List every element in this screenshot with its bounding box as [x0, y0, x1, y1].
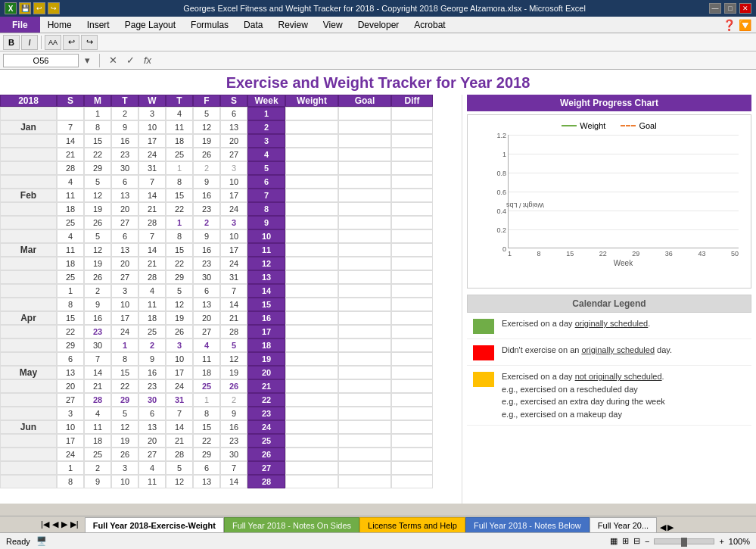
diff-cell[interactable]: [391, 352, 433, 366]
goal-cell[interactable]: [338, 475, 391, 488]
help-icon[interactable]: ❓: [723, 19, 736, 31]
goal-cell[interactable]: [338, 120, 391, 134]
goal-cell[interactable]: [338, 298, 391, 311]
menu-home[interactable]: Home: [40, 17, 79, 33]
weight-cell[interactable]: [285, 189, 338, 202]
tab-notes-sides[interactable]: Full Year 2018 - Notes On Sides: [224, 517, 359, 532]
tab-full-year[interactable]: Full Year 2018-Exercise-Weight: [85, 517, 224, 532]
view-layout-icon[interactable]: ⊞: [622, 536, 629, 546]
menu-data[interactable]: Data: [236, 17, 270, 33]
goal-cell[interactable]: [338, 189, 391, 202]
goal-cell[interactable]: [338, 379, 391, 393]
goal-cell[interactable]: [338, 243, 391, 257]
goal-cell[interactable]: [338, 257, 391, 270]
diff-cell[interactable]: [391, 379, 433, 393]
zoom-out-icon[interactable]: −: [645, 537, 649, 546]
weight-cell[interactable]: [285, 148, 338, 161]
goal-cell[interactable]: [338, 352, 391, 366]
tab-first-button[interactable]: |◀: [39, 518, 51, 531]
diff-cell[interactable]: [391, 284, 433, 298]
diff-cell[interactable]: [391, 338, 433, 352]
goal-cell[interactable]: [338, 366, 391, 379]
insert-function-icon[interactable]: fx: [141, 55, 154, 66]
goal-cell[interactable]: [338, 148, 391, 161]
weight-cell[interactable]: [285, 448, 338, 461]
weight-cell[interactable]: [285, 393, 338, 407]
menu-acrobat[interactable]: Acrobat: [406, 17, 453, 33]
diff-cell[interactable]: [391, 393, 433, 407]
goal-cell[interactable]: [338, 434, 391, 448]
menu-formulas[interactable]: Formulas: [183, 17, 236, 33]
weight-cell[interactable]: [285, 434, 338, 448]
tab-scroll-left[interactable]: ◀: [660, 522, 666, 532]
zoom-bar[interactable]: [654, 538, 714, 544]
diff-cell[interactable]: [391, 311, 433, 325]
diff-cell[interactable]: [391, 420, 433, 434]
diff-cell[interactable]: [391, 229, 433, 243]
weight-cell[interactable]: [285, 175, 338, 189]
weight-cell[interactable]: [285, 243, 338, 257]
weight-cell[interactable]: [285, 298, 338, 311]
diff-cell[interactable]: [391, 298, 433, 311]
weight-cell[interactable]: [285, 325, 338, 338]
goal-cell[interactable]: [338, 134, 391, 148]
diff-cell[interactable]: [391, 175, 433, 189]
diff-cell[interactable]: [391, 434, 433, 448]
toolbar-undo[interactable]: ↩: [63, 35, 79, 50]
weight-cell[interactable]: [285, 107, 338, 120]
name-box[interactable]: [3, 54, 79, 67]
weight-cell[interactable]: [285, 420, 338, 434]
cancel-formula-icon[interactable]: ✕: [106, 55, 120, 66]
weight-cell[interactable]: [285, 284, 338, 298]
menu-file[interactable]: File: [0, 17, 40, 33]
goal-cell[interactable]: [338, 229, 391, 243]
weight-cell[interactable]: [285, 352, 338, 366]
weight-cell[interactable]: [285, 216, 338, 229]
confirm-formula-icon[interactable]: ✓: [123, 55, 138, 66]
diff-cell[interactable]: [391, 257, 433, 270]
weight-cell[interactable]: [285, 257, 338, 270]
diff-cell[interactable]: [391, 134, 433, 148]
toolbar-icon-3[interactable]: ↪: [48, 2, 60, 14]
tab-prev-button[interactable]: ◀: [51, 518, 60, 531]
goal-cell[interactable]: [338, 393, 391, 407]
weight-cell[interactable]: [285, 461, 338, 475]
toolbar-icon-2[interactable]: ↩: [33, 2, 45, 14]
weight-cell[interactable]: [285, 475, 338, 488]
goal-cell[interactable]: [338, 161, 391, 175]
toolbar-redo[interactable]: ↪: [81, 35, 98, 50]
diff-cell[interactable]: [391, 461, 433, 475]
tab-full-year-2[interactable]: Full Year 20...: [590, 517, 657, 532]
toolbar-icon-1[interactable]: 💾: [19, 2, 31, 14]
diff-cell[interactable]: [391, 202, 433, 216]
goal-cell[interactable]: [338, 216, 391, 229]
formula-input[interactable]: [157, 56, 753, 65]
minimize-button[interactable]: —: [709, 3, 721, 14]
goal-cell[interactable]: [338, 338, 391, 352]
diff-cell[interactable]: [391, 270, 433, 284]
goal-cell[interactable]: [338, 107, 391, 120]
maximize-button[interactable]: □: [724, 3, 736, 14]
tab-license[interactable]: License Terms and Help: [359, 517, 465, 532]
diff-cell[interactable]: [391, 325, 433, 338]
menu-review[interactable]: Review: [270, 17, 315, 33]
goal-cell[interactable]: [338, 325, 391, 338]
view-normal-icon[interactable]: ▦: [610, 536, 618, 546]
goal-cell[interactable]: [338, 461, 391, 475]
goal-cell[interactable]: [338, 175, 391, 189]
goal-cell[interactable]: [338, 284, 391, 298]
diff-cell[interactable]: [391, 366, 433, 379]
toolbar-aa[interactable]: AA: [45, 35, 61, 50]
weight-cell[interactable]: [285, 270, 338, 284]
goal-cell[interactable]: [338, 270, 391, 284]
weight-cell[interactable]: [285, 161, 338, 175]
toolbar-italic[interactable]: I: [21, 35, 38, 50]
toolbar-bold[interactable]: B: [3, 35, 20, 50]
weight-cell[interactable]: [285, 229, 338, 243]
weight-cell[interactable]: [285, 311, 338, 325]
diff-cell[interactable]: [391, 148, 433, 161]
diff-cell[interactable]: [391, 448, 433, 461]
weight-cell[interactable]: [285, 120, 338, 134]
weight-cell[interactable]: [285, 379, 338, 393]
menu-view[interactable]: View: [316, 17, 350, 33]
